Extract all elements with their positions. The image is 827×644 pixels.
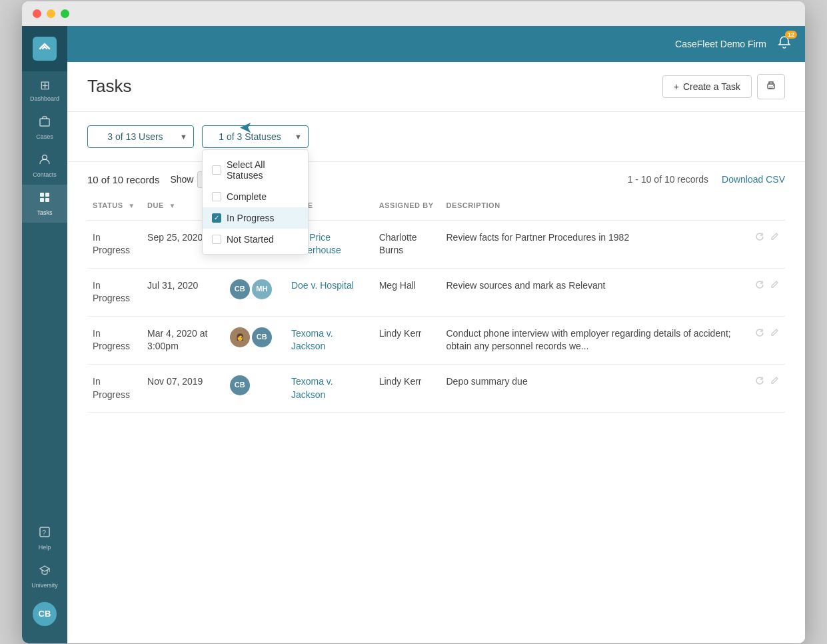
sidebar-cases-label: Cases	[36, 133, 53, 140]
sidebar-item-help[interactable]: ? Help	[22, 519, 67, 557]
filter-area: 3 of 13 Users ▼ 1 of 3 Statuses ▼	[67, 112, 805, 162]
col-due-label: DUE	[147, 201, 164, 209]
col-status-label: STATUS	[93, 201, 123, 209]
app-layout: ⊞ Dashboard Cases	[22, 26, 805, 643]
col-description: DESCRIPTION	[441, 191, 749, 221]
col-assigned-by: ASSIGNED BY	[374, 191, 441, 221]
sidebar-dashboard-label: Dashboard	[30, 95, 59, 102]
svg-rect-4	[40, 198, 44, 202]
row3-refresh-icon[interactable]	[754, 327, 765, 342]
pagination-info: 1 - 10 of 10 records	[628, 174, 708, 185]
create-task-button[interactable]: + Create a Task	[662, 75, 752, 98]
university-icon	[39, 564, 51, 579]
user-avatar[interactable]: CB	[33, 602, 57, 626]
dropdown-item-not-started[interactable]: Not Started	[203, 229, 308, 250]
logo-icon	[33, 37, 57, 61]
svg-rect-2	[40, 193, 44, 197]
table-meta-top: 10 of 10 records Show 20 50 100 results	[87, 162, 785, 191]
dashboard-icon: ⊞	[40, 78, 50, 93]
row4-case[interactable]: Texoma v. Jackson	[286, 365, 374, 413]
app-window: ⊞ Dashboard Cases	[22, 1, 805, 643]
svg-rect-0	[40, 119, 49, 126]
in-progress-label: In Progress	[227, 213, 275, 223]
users-filter-wrapper: 3 of 13 Users ▼	[87, 125, 194, 148]
row3-edit-icon[interactable]	[769, 327, 780, 342]
tasks-table: STATUS ▼ DUE ▼ ASSIGNED TO	[87, 191, 785, 413]
all-statuses-label: Select All Statuses	[227, 159, 299, 181]
row4-refresh-icon[interactable]	[754, 375, 765, 390]
row3-description: Conduct phone interview with employer re…	[441, 316, 749, 364]
status-dropdown-menu: Select All Statuses Complete ✓ In Progre…	[202, 149, 309, 255]
sidebar-help-label: Help	[39, 544, 51, 551]
row4-assigned-by: Lindy Kerr	[374, 365, 441, 413]
row4-assigned-to: CB	[225, 365, 286, 413]
sidebar-item-cases[interactable]: Cases	[22, 109, 67, 147]
dropdown-item-all-statuses[interactable]: Select All Statuses	[203, 154, 308, 186]
not-started-checkbox	[212, 235, 221, 244]
svg-rect-10	[769, 87, 773, 87]
status-filter-button[interactable]: 1 of 3 Statuses	[202, 125, 309, 148]
dropdown-item-in-progress[interactable]: ✓ In Progress	[203, 207, 308, 229]
col-status[interactable]: STATUS ▼	[87, 191, 142, 221]
table-row: In Progress Sep 25, 2020 CB CB: Price Wa…	[87, 220, 785, 268]
users-filter-button[interactable]: 3 of 13 Users	[87, 125, 194, 148]
download-csv-link[interactable]: Download CSV	[722, 174, 785, 185]
notification-bell[interactable]: 12	[777, 35, 792, 53]
svg-rect-5	[45, 198, 49, 202]
cases-icon	[39, 115, 51, 131]
row1-description: Review facts for Partner Procedures in 1…	[441, 220, 749, 268]
table-row: In Progress Jul 31, 2020 CB MH Doe v. Ho…	[87, 268, 785, 316]
avatar-cb4: CB	[230, 375, 250, 395]
print-button[interactable]	[757, 74, 785, 99]
row4-description: Depo summary due	[441, 365, 749, 413]
row2-edit-icon[interactable]	[769, 279, 780, 294]
row3-status: In Progress	[87, 316, 142, 364]
filter-row: 3 of 13 Users ▼ 1 of 3 Statuses ▼	[87, 125, 785, 161]
row2-case[interactable]: Doe v. Hospital	[286, 268, 374, 316]
row4-status: In Progress	[87, 365, 142, 413]
row4-actions	[749, 365, 785, 413]
row1-assigned-by: Charlotte Burns	[374, 220, 441, 268]
table-row: In Progress Mar 4, 2020 at 3:00pm 👩 CB T…	[87, 316, 785, 364]
row3-actions	[749, 316, 785, 364]
close-dot[interactable]	[33, 9, 41, 18]
users-filter-label: 3 of 13 Users	[107, 131, 163, 142]
row1-status: In Progress	[87, 220, 142, 268]
topbar: CaseFleet Demo Firm 12	[67, 26, 805, 62]
col-assigned-by-label: ASSIGNED BY	[379, 201, 434, 209]
row1-refresh-icon[interactable]	[754, 231, 765, 246]
content-area: 3 of 13 Users ▼ 1 of 3 Statuses ▼	[67, 112, 805, 643]
sidebar-bottom: ? Help University	[22, 519, 67, 643]
show-label: Show	[170, 174, 193, 185]
row2-refresh-icon[interactable]	[754, 279, 765, 294]
sidebar-item-dashboard[interactable]: ⊞ Dashboard	[22, 71, 67, 109]
firm-name: CaseFleet Demo Firm	[675, 39, 766, 49]
main-content: CaseFleet Demo Firm 12 Tasks + Create a …	[67, 26, 805, 643]
sidebar-item-contacts[interactable]: Contacts	[22, 147, 67, 185]
row4-edit-icon[interactable]	[769, 375, 780, 390]
arrow-pointer-icon: ➤	[239, 119, 253, 137]
maximize-dot[interactable]	[61, 9, 69, 18]
row3-case[interactable]: Texoma v. Jackson	[286, 316, 374, 364]
in-progress-checkbox: ✓	[212, 213, 221, 223]
row4-due: Nov 07, 2019	[142, 365, 225, 413]
status-filter-wrapper: 1 of 3 Statuses ▼ Select All Statuses	[202, 125, 309, 148]
dropdown-item-complete[interactable]: Complete	[203, 186, 308, 207]
row1-edit-icon[interactable]	[769, 231, 780, 246]
avatar-mh: MH	[252, 279, 272, 299]
row2-description: Review sources and mark as Relevant	[441, 268, 749, 316]
col-actions	[749, 191, 785, 221]
sidebar-logo[interactable]	[22, 26, 67, 71]
page-actions: + Create a Task	[662, 74, 785, 99]
sidebar-item-university[interactable]: University	[22, 557, 67, 595]
table-meta-right: 1 - 10 of 10 records Download CSV	[628, 174, 785, 185]
table-row: In Progress Nov 07, 2019 CB Texoma v. Ja…	[87, 365, 785, 413]
complete-label: Complete	[227, 191, 267, 202]
row2-actions	[749, 268, 785, 316]
sidebar: ⊞ Dashboard Cases	[22, 26, 67, 643]
table-header: STATUS ▼ DUE ▼ ASSIGNED TO	[87, 191, 785, 221]
minimize-dot[interactable]	[47, 9, 55, 18]
status-sort-icon: ▼	[128, 202, 135, 209]
table-area: 10 of 10 records Show 20 50 100 results	[67, 162, 805, 413]
sidebar-item-tasks[interactable]: Tasks	[22, 185, 67, 223]
